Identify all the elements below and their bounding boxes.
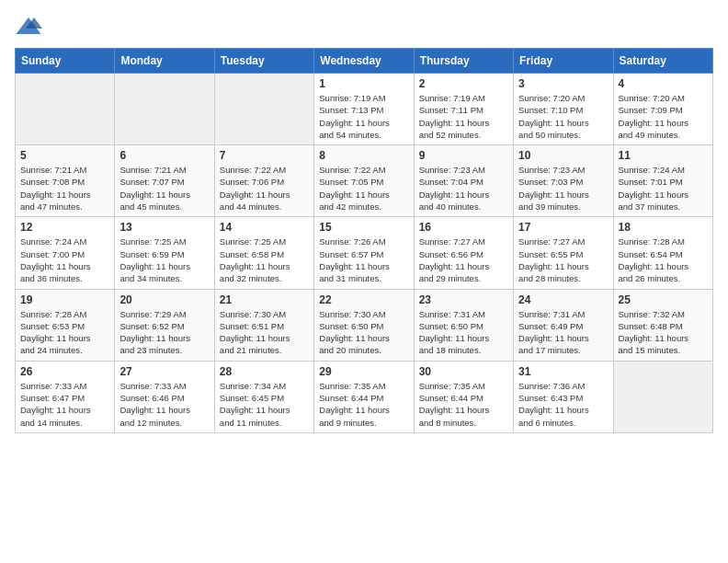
- day-info: Sunrise: 7:26 AM Sunset: 6:57 PM Dayligh…: [319, 236, 408, 284]
- day-number: 8: [319, 149, 408, 162]
- calendar-week-row: 26Sunrise: 7:33 AM Sunset: 6:47 PM Dayli…: [16, 361, 713, 432]
- day-info: Sunrise: 7:27 AM Sunset: 6:56 PM Dayligh…: [419, 236, 508, 284]
- day-number: 18: [619, 221, 708, 234]
- calendar-cell: 12Sunrise: 7:24 AM Sunset: 7:00 PM Dayli…: [16, 217, 115, 289]
- day-info: Sunrise: 7:35 AM Sunset: 6:44 PM Dayligh…: [319, 380, 408, 429]
- day-number: 9: [419, 149, 508, 162]
- calendar-cell: 28Sunrise: 7:34 AM Sunset: 6:45 PM Dayli…: [214, 361, 313, 432]
- day-info: Sunrise: 7:33 AM Sunset: 6:47 PM Dayligh…: [20, 380, 109, 429]
- day-info: Sunrise: 7:25 AM Sunset: 6:59 PM Dayligh…: [119, 236, 209, 284]
- day-info: Sunrise: 7:28 AM Sunset: 6:53 PM Dayligh…: [20, 308, 109, 357]
- calendar-cell: 14Sunrise: 7:25 AM Sunset: 6:58 PM Dayli…: [214, 217, 313, 289]
- day-info: Sunrise: 7:30 AM Sunset: 6:51 PM Dayligh…: [220, 308, 309, 357]
- day-info: Sunrise: 7:36 AM Sunset: 6:43 PM Dayligh…: [518, 380, 608, 429]
- day-info: Sunrise: 7:21 AM Sunset: 7:07 PM Dayligh…: [119, 164, 209, 213]
- day-number: 13: [119, 221, 209, 234]
- weekday-header-monday: Monday: [115, 49, 214, 74]
- day-info: Sunrise: 7:25 AM Sunset: 6:58 PM Dayligh…: [220, 236, 309, 284]
- day-info: Sunrise: 7:29 AM Sunset: 6:52 PM Dayligh…: [119, 308, 209, 357]
- day-number: 30: [419, 365, 508, 378]
- day-info: Sunrise: 7:35 AM Sunset: 6:44 PM Dayligh…: [419, 380, 508, 429]
- calendar-cell: 1Sunrise: 7:19 AM Sunset: 7:13 PM Daylig…: [314, 74, 414, 145]
- calendar-cell: 20Sunrise: 7:29 AM Sunset: 6:52 PM Dayli…: [115, 289, 214, 361]
- day-info: Sunrise: 7:24 AM Sunset: 7:01 PM Dayligh…: [619, 164, 708, 213]
- calendar-week-row: 12Sunrise: 7:24 AM Sunset: 7:00 PM Dayli…: [16, 217, 713, 289]
- calendar-cell: 9Sunrise: 7:23 AM Sunset: 7:04 PM Daylig…: [414, 145, 513, 217]
- calendar-cell: 2Sunrise: 7:19 AM Sunset: 7:11 PM Daylig…: [414, 74, 513, 145]
- calendar-cell: 29Sunrise: 7:35 AM Sunset: 6:44 PM Dayli…: [314, 361, 414, 432]
- day-info: Sunrise: 7:27 AM Sunset: 6:55 PM Dayligh…: [518, 236, 608, 284]
- day-info: Sunrise: 7:19 AM Sunset: 7:13 PM Dayligh…: [319, 92, 408, 141]
- day-number: 19: [20, 293, 109, 306]
- calendar-cell: 26Sunrise: 7:33 AM Sunset: 6:47 PM Dayli…: [16, 361, 115, 432]
- weekday-header-sunday: Sunday: [16, 49, 115, 74]
- day-info: Sunrise: 7:28 AM Sunset: 6:54 PM Dayligh…: [619, 236, 708, 284]
- calendar-cell: 23Sunrise: 7:31 AM Sunset: 6:50 PM Dayli…: [414, 289, 513, 361]
- calendar-cell: 17Sunrise: 7:27 AM Sunset: 6:55 PM Dayli…: [514, 217, 613, 289]
- day-number: 27: [119, 365, 209, 378]
- calendar-cell: 21Sunrise: 7:30 AM Sunset: 6:51 PM Dayli…: [214, 289, 313, 361]
- day-number: 20: [119, 293, 209, 306]
- day-number: 29: [319, 365, 408, 378]
- calendar-cell: [16, 74, 115, 145]
- calendar-cell: 18Sunrise: 7:28 AM Sunset: 6:54 PM Dayli…: [613, 217, 712, 289]
- day-number: 11: [619, 149, 708, 162]
- day-info: Sunrise: 7:22 AM Sunset: 7:06 PM Dayligh…: [220, 164, 309, 213]
- day-number: 25: [619, 293, 708, 306]
- day-number: 17: [518, 221, 608, 234]
- day-number: 16: [419, 221, 508, 234]
- day-info: Sunrise: 7:19 AM Sunset: 7:11 PM Dayligh…: [419, 92, 508, 141]
- day-info: Sunrise: 7:30 AM Sunset: 6:50 PM Dayligh…: [319, 308, 408, 357]
- day-number: 12: [20, 221, 109, 234]
- day-info: Sunrise: 7:24 AM Sunset: 7:00 PM Dayligh…: [20, 236, 109, 284]
- logo: [15, 15, 46, 37]
- day-number: 4: [619, 77, 708, 90]
- day-info: Sunrise: 7:20 AM Sunset: 7:09 PM Dayligh…: [619, 92, 708, 141]
- day-info: Sunrise: 7:21 AM Sunset: 7:08 PM Dayligh…: [20, 164, 109, 213]
- calendar-cell: 11Sunrise: 7:24 AM Sunset: 7:01 PM Dayli…: [613, 145, 712, 217]
- calendar-week-row: 5Sunrise: 7:21 AM Sunset: 7:08 PM Daylig…: [16, 145, 713, 217]
- calendar-cell: 27Sunrise: 7:33 AM Sunset: 6:46 PM Dayli…: [115, 361, 214, 432]
- weekday-header-row: SundayMondayTuesdayWednesdayThursdayFrid…: [16, 49, 713, 74]
- calendar-cell: 22Sunrise: 7:30 AM Sunset: 6:50 PM Dayli…: [314, 289, 414, 361]
- day-number: 21: [220, 293, 309, 306]
- calendar-cell: 31Sunrise: 7:36 AM Sunset: 6:43 PM Dayli…: [514, 361, 613, 432]
- day-info: Sunrise: 7:31 AM Sunset: 6:49 PM Dayligh…: [518, 308, 608, 357]
- calendar-week-row: 19Sunrise: 7:28 AM Sunset: 6:53 PM Dayli…: [16, 289, 713, 361]
- calendar-table: SundayMondayTuesdayWednesdayThursdayFrid…: [15, 48, 713, 433]
- day-number: 22: [319, 293, 408, 306]
- day-number: 6: [119, 149, 209, 162]
- calendar-cell: 8Sunrise: 7:22 AM Sunset: 7:05 PM Daylig…: [314, 145, 414, 217]
- day-number: 28: [220, 365, 309, 378]
- weekday-header-wednesday: Wednesday: [314, 49, 414, 74]
- day-number: 7: [220, 149, 309, 162]
- calendar-cell: 19Sunrise: 7:28 AM Sunset: 6:53 PM Dayli…: [16, 289, 115, 361]
- day-number: 14: [220, 221, 309, 234]
- day-number: 23: [419, 293, 508, 306]
- day-info: Sunrise: 7:33 AM Sunset: 6:46 PM Dayligh…: [119, 380, 209, 429]
- calendar-cell: 13Sunrise: 7:25 AM Sunset: 6:59 PM Dayli…: [115, 217, 214, 289]
- calendar-cell: [115, 74, 214, 145]
- weekday-header-saturday: Saturday: [613, 49, 712, 74]
- weekday-header-tuesday: Tuesday: [214, 49, 313, 74]
- calendar-cell: 16Sunrise: 7:27 AM Sunset: 6:56 PM Dayli…: [414, 217, 513, 289]
- calendar-cell: 10Sunrise: 7:23 AM Sunset: 7:03 PM Dayli…: [514, 145, 613, 217]
- calendar-cell: [613, 361, 712, 432]
- calendar-cell: [214, 74, 313, 145]
- calendar-week-row: 1Sunrise: 7:19 AM Sunset: 7:13 PM Daylig…: [16, 74, 713, 145]
- day-number: 15: [319, 221, 408, 234]
- day-number: 24: [518, 293, 608, 306]
- calendar-cell: 7Sunrise: 7:22 AM Sunset: 7:06 PM Daylig…: [214, 145, 313, 217]
- day-number: 3: [518, 77, 608, 90]
- day-info: Sunrise: 7:31 AM Sunset: 6:50 PM Dayligh…: [419, 308, 508, 357]
- day-info: Sunrise: 7:22 AM Sunset: 7:05 PM Dayligh…: [319, 164, 408, 213]
- day-number: 2: [419, 77, 508, 90]
- day-number: 31: [518, 365, 608, 378]
- calendar-cell: 3Sunrise: 7:20 AM Sunset: 7:10 PM Daylig…: [514, 74, 613, 145]
- calendar-cell: 15Sunrise: 7:26 AM Sunset: 6:57 PM Dayli…: [314, 217, 414, 289]
- calendar-cell: 5Sunrise: 7:21 AM Sunset: 7:08 PM Daylig…: [16, 145, 115, 217]
- day-number: 1: [319, 77, 408, 90]
- calendar-cell: 25Sunrise: 7:32 AM Sunset: 6:48 PM Dayli…: [613, 289, 712, 361]
- day-number: 10: [518, 149, 608, 162]
- calendar-cell: 24Sunrise: 7:31 AM Sunset: 6:49 PM Dayli…: [514, 289, 613, 361]
